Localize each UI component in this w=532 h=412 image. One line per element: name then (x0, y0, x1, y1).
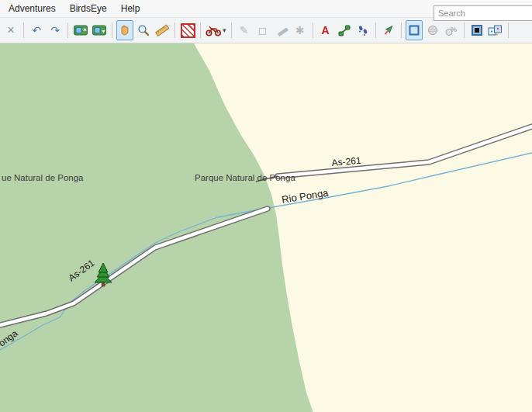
toolbar-separator (313, 23, 313, 38)
activity-profile-motorcycle-icon[interactable]: ▾ (205, 20, 227, 40)
hatched-area-icon[interactable] (179, 20, 196, 40)
toolbar-separator (464, 23, 465, 38)
toolbar-separator (23, 23, 24, 38)
map-label: ue Natural de Ponga (2, 173, 84, 182)
center-map-icon[interactable] (468, 20, 485, 40)
draw-tool-icon[interactable]: ✎ (236, 20, 253, 40)
eraser-tool-icon[interactable]: ▬ (273, 20, 290, 40)
toolbar-separator (231, 23, 232, 38)
menu-help[interactable]: Help (114, 1, 147, 16)
svg-text:%: % (451, 25, 457, 33)
toolbar-separator (67, 23, 68, 38)
undo-icon[interactable]: ↶ (28, 20, 45, 40)
toolbar-separator (401, 23, 402, 38)
measure-ruler-icon[interactable] (154, 20, 171, 40)
birdseye-imagery-icon[interactable] (406, 20, 423, 40)
select-area-tool-icon[interactable]: ◻ (254, 20, 271, 40)
basecamp-window: Adventures BirdsEye Help × ↶ ↷ (0, 0, 532, 412)
map-canvas[interactable]: ue Natural de PongaParque Natural de Pon… (0, 43, 532, 412)
new-waypoint-icon[interactable]: A (317, 20, 334, 40)
toolbar-separator (200, 23, 201, 38)
percent-globe-icon[interactable]: % (443, 20, 460, 40)
zoom-tool-icon[interactable] (135, 20, 152, 40)
menu-birdseye[interactable]: BirdsEye (63, 1, 114, 16)
toolbar: × ↶ ↷ ▾ ✎ ◻ ▬ ✱ A (0, 17, 532, 43)
dart-icon[interactable] (380, 20, 397, 40)
map-products-icon[interactable] (487, 20, 504, 40)
toolbar-separator (112, 23, 112, 38)
send-to-device-icon[interactable] (72, 20, 89, 40)
receive-from-device-icon[interactable] (91, 20, 108, 40)
new-track-footprints-icon[interactable] (354, 20, 371, 40)
toolbar-separator (508, 23, 509, 38)
profile-dropdown-arrow-icon[interactable]: ▾ (223, 26, 226, 34)
new-route-icon[interactable] (336, 20, 353, 40)
globe-icon[interactable] (424, 20, 441, 40)
delete-icon[interactable]: × (2, 20, 19, 40)
tools-cluster-icon[interactable]: ✱ (292, 20, 309, 40)
hand-tool-icon[interactable] (116, 20, 133, 40)
toolbar-separator (174, 23, 175, 38)
toolbar-separator (375, 23, 376, 38)
map-label: Parque Natural de Ponga (195, 173, 295, 182)
menu-adventures[interactable]: Adventures (2, 1, 63, 16)
redo-icon[interactable]: ↷ (47, 20, 64, 40)
search-input[interactable] (434, 5, 532, 21)
map-view: ue Natural de PongaParque Natural de Pon… (0, 43, 532, 412)
